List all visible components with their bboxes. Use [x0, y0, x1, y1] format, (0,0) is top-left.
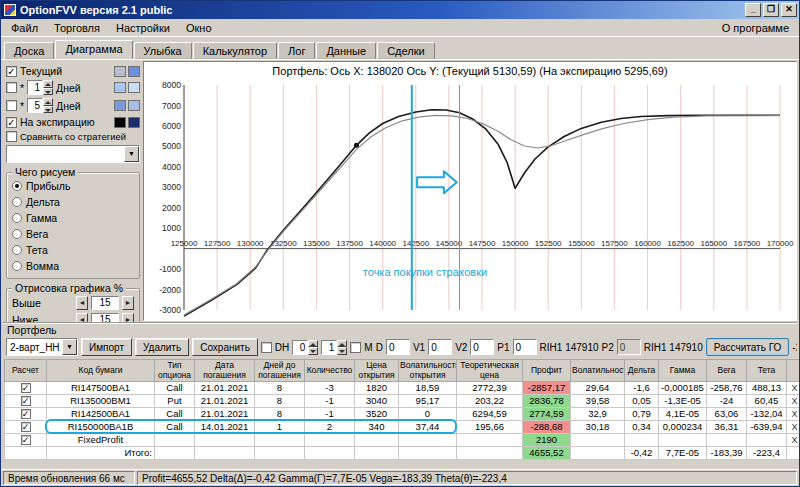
below-increase-button[interactable]: ► — [122, 313, 134, 322]
radio-icon[interactable] — [12, 181, 22, 191]
row-check-cell[interactable]: ✓ — [5, 421, 47, 434]
menu-items: ФайлТорговляНастройкиОкно — [3, 20, 220, 36]
spin-up-icon[interactable] — [308, 340, 318, 348]
cell-gamma — [659, 434, 707, 447]
row-checkbox[interactable]: ✓ — [21, 409, 31, 419]
day1-color-1[interactable] — [114, 82, 126, 93]
tab-Сделки[interactable]: Сделки — [377, 42, 435, 59]
radio-icon[interactable] — [12, 229, 22, 239]
m-checkbox[interactable] — [350, 342, 361, 353]
chart-svg[interactable]: -3000-2000-10001000200030004000500060007… — [144, 77, 796, 320]
spin-up-icon[interactable] — [43, 80, 53, 88]
row-checkbox[interactable]: ✓ — [21, 422, 31, 432]
titlebar[interactable]: OptionFVV версия 2.1 public _ ❐ ✕ — [1, 1, 799, 19]
spin-up-icon[interactable] — [337, 340, 347, 348]
day1-color-2[interactable] — [128, 82, 140, 93]
dh-stepper-2[interactable]: 1 — [321, 340, 347, 355]
strategy-select[interactable]: ▼ — [6, 145, 140, 163]
above-decrease-button[interactable]: ◄ — [76, 296, 88, 310]
spin-up-icon[interactable] — [43, 98, 53, 106]
row-check-cell[interactable]: ✓ — [5, 395, 47, 408]
radio-icon[interactable] — [12, 245, 22, 255]
row-delete-button[interactable]: X — [787, 382, 800, 395]
above-increase-button[interactable]: ► — [122, 296, 134, 310]
cell-delta: 0,34 — [625, 421, 659, 434]
p2-input[interactable] — [617, 339, 641, 355]
day1-stepper[interactable]: 1 — [27, 80, 53, 95]
row-delete-button[interactable]: X — [787, 395, 800, 408]
v1-input[interactable] — [428, 339, 452, 355]
menu-item-Файл[interactable]: Файл — [3, 20, 46, 36]
row-check-cell[interactable]: ✓ — [5, 382, 47, 395]
p1-input[interactable] — [513, 339, 537, 355]
d-input[interactable] — [386, 339, 410, 355]
svg-text:4000: 4000 — [162, 162, 181, 172]
menu-item-Настройки[interactable]: Настройки — [108, 20, 178, 36]
portfolio-preset-select[interactable]: 2-варт_НН ▼ — [6, 338, 78, 356]
cell-profit: -288,68 — [523, 421, 571, 434]
radio-option-Прибыль[interactable]: Прибыль — [12, 180, 134, 192]
radio-icon[interactable] — [12, 213, 22, 223]
expiry-color-2[interactable] — [128, 117, 140, 128]
spin-down-icon[interactable] — [308, 347, 318, 355]
expiry-checkbox[interactable]: ✓ — [6, 117, 17, 128]
radio-option-Гамма[interactable]: Гамма — [12, 212, 134, 224]
tab-Доска[interactable]: Доска — [4, 42, 54, 59]
current-checkbox[interactable]: ✓ — [6, 66, 17, 77]
row-check-cell[interactable]: ✓ — [5, 408, 47, 421]
cell-type: Put — [155, 395, 195, 408]
maximize-button[interactable]: ❐ — [763, 3, 779, 17]
below-value[interactable]: 15 — [91, 313, 119, 322]
cell-vega — [707, 434, 747, 447]
minimize-button[interactable]: _ — [745, 3, 761, 17]
current-row: ✓ Текущий — [6, 65, 140, 77]
row-delete-button[interactable]: X — [787, 421, 800, 434]
save-button[interactable]: Сохранить — [192, 338, 258, 356]
below-decrease-button[interactable]: ◄ — [76, 313, 88, 322]
radio-icon[interactable] — [12, 261, 22, 271]
tab-Диаграмма[interactable]: Диаграмма — [55, 40, 132, 59]
spin-down-icon[interactable] — [337, 347, 347, 355]
day1-checkbox[interactable] — [6, 82, 17, 93]
tab-Лог[interactable]: Лог — [278, 42, 315, 59]
row-checkbox[interactable]: ✓ — [21, 383, 31, 393]
dh-checkbox[interactable] — [261, 342, 272, 353]
calc-go-button[interactable]: Рассчитать ГО — [706, 338, 790, 356]
row-check-cell[interactable]: ✓ — [5, 434, 47, 447]
above-value[interactable]: 15 — [91, 296, 119, 310]
radio-icon[interactable] — [12, 197, 22, 207]
menu-item-Окно[interactable]: Окно — [178, 20, 220, 36]
menu-item-Торговля[interactable]: Торговля — [46, 20, 108, 36]
row-checkbox[interactable]: ✓ — [21, 396, 31, 406]
import-button[interactable]: Импорт — [81, 338, 132, 356]
row-delete-button[interactable]: X — [787, 434, 800, 447]
compare-checkbox[interactable] — [6, 131, 17, 142]
spin-down-icon[interactable] — [43, 88, 53, 96]
day5-stepper[interactable]: 5 — [27, 98, 53, 113]
radio-option-Вега[interactable]: Вега — [12, 228, 134, 240]
row-checkbox[interactable]: ✓ — [21, 435, 31, 445]
radio-option-Тета[interactable]: Тета — [12, 244, 134, 256]
chevron-down-icon[interactable]: ▼ — [124, 146, 139, 162]
chevron-down-icon[interactable]: ▼ — [62, 339, 77, 355]
tab-Калькулятор[interactable]: Калькулятор — [193, 42, 277, 59]
row-delete-button[interactable]: X — [787, 408, 800, 421]
close-button[interactable]: ✕ — [781, 3, 797, 17]
svg-text:точка покупки страховки: точка покупки страховки — [363, 266, 487, 278]
day5-color-2[interactable] — [128, 100, 140, 111]
tab-Улыбка[interactable]: Улыбка — [134, 42, 192, 59]
spin-down-icon[interactable] — [43, 106, 53, 114]
day5-color-1[interactable] — [114, 100, 126, 111]
dh-stepper-1[interactable]: 0 — [292, 340, 318, 355]
menu-about[interactable]: О программе — [714, 20, 797, 36]
current-color-1[interactable] — [114, 66, 126, 77]
expiry-color-1[interactable] — [114, 117, 126, 128]
tab-Данные[interactable]: Данные — [316, 42, 376, 59]
delete-button[interactable]: Удалить — [135, 338, 189, 356]
profit-chart[interactable]: -3000-2000-10001000200030004000500060007… — [144, 77, 796, 320]
radio-option-Дельта[interactable]: Дельта — [12, 196, 134, 208]
current-color-2[interactable] — [128, 66, 140, 77]
radio-option-Вомма[interactable]: Вомма — [12, 260, 134, 272]
v2-input[interactable] — [470, 339, 494, 355]
day5-checkbox[interactable] — [6, 100, 17, 111]
